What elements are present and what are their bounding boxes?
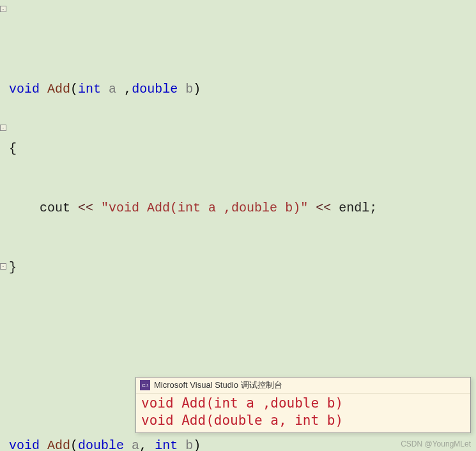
type: int [155,438,178,451]
type: double [78,438,124,451]
type: double [132,82,178,96]
param: a [109,82,116,96]
console-output: void Add(int a ,double b) void Add(doubl… [136,394,470,432]
param: b [185,82,193,96]
brace: } [9,260,17,275]
code-line[interactable]: } [0,257,476,277]
console-line: void Add(int a ,double b) [141,395,343,411]
console-titlebar[interactable]: C:\ Microsoft Visual Studio 调试控制台 [136,378,470,394]
semicolon: ; [369,201,377,215]
operator: << [78,201,93,215]
code-line[interactable] [0,317,476,337]
operator: << [316,201,331,215]
fold-icon[interactable]: - [0,6,6,12]
param: a [132,438,139,451]
string-literal: "void Add(int a ,double b)" [101,201,308,215]
console-window[interactable]: C:\ Microsoft Visual Studio 调试控制台 void A… [135,377,471,433]
type: int [78,82,101,96]
gutter: - - - [0,0,8,451]
console-icon: C:\ [140,380,150,390]
identifier: cout [40,201,70,215]
fold-icon[interactable]: - [0,263,6,270]
console-title: Microsoft Visual Studio 调试控制台 [154,379,282,391]
fold-icon[interactable]: - [0,125,6,131]
function-name: Add [47,438,70,451]
code-line[interactable]: cout << "void Add(int a ,double b)" << e… [0,198,476,218]
identifier: endl [339,201,369,215]
brace: { [9,141,17,156]
code-line[interactable]: void Add(int a ,double b) [0,79,476,99]
console-line: void Add(double a, int b) [141,413,343,428]
code-line[interactable]: { [0,139,476,158]
watermark: CSDN @YoungMLet [401,440,471,448]
keyword: void [9,438,40,451]
function-name: Add [47,82,70,96]
param: b [185,438,193,451]
